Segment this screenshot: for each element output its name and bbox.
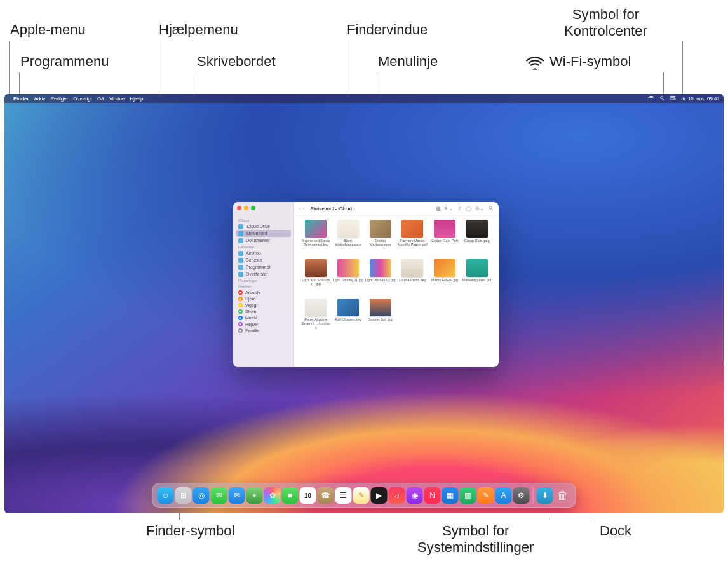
dock-music-icon[interactable]: ♫ xyxy=(389,487,405,504)
dock-contacts-icon[interactable]: ☎ xyxy=(318,487,334,504)
sidebar-item-musik[interactable]: Musik xyxy=(233,314,293,321)
view-icon-grid-icon[interactable]: ▦ xyxy=(436,206,441,211)
minimize-button[interactable] xyxy=(244,206,248,210)
file-name-label: Augmented Space Reimagined.key xyxy=(300,239,331,247)
file-item[interactable]: Light and Shadow 01.jpg xyxy=(300,259,332,296)
callout-wifi-symbol: Wi-Fi-symbol xyxy=(549,53,631,70)
svg-point-4 xyxy=(671,97,671,97)
menubar-item[interactable]: Hjælp xyxy=(130,96,143,102)
file-item[interactable]: Paper Airplane Experim….numbers xyxy=(300,299,332,335)
finder-window[interactable]: iCloudiCloud DriveSkrivebordDokumenterFa… xyxy=(233,202,499,367)
tag-icon xyxy=(238,328,243,333)
svg-point-6 xyxy=(489,206,492,210)
dock-numbers-icon[interactable]: ▥ xyxy=(460,487,476,504)
file-item[interactable]: Light Display 01.jpg xyxy=(333,259,364,296)
file-thumbnail xyxy=(305,259,327,277)
spotlight-icon[interactable] xyxy=(659,95,664,102)
airdrop-icon xyxy=(238,251,243,256)
dock-keynote-icon[interactable]: ▦ xyxy=(442,487,459,504)
sidebar-item-programmer[interactable]: Programmer xyxy=(233,264,293,271)
sidebar-item-arbejde[interactable]: Arbejde xyxy=(233,289,293,295)
sidebar-item-hjem[interactable]: Hjem xyxy=(233,295,293,302)
control-center-icon[interactable] xyxy=(670,95,676,102)
apps-icon xyxy=(238,265,243,270)
dock-news-icon[interactable]: N xyxy=(424,487,441,504)
download-icon xyxy=(238,272,243,277)
tags-icon[interactable]: ◯ xyxy=(466,206,471,211)
menubar-item[interactable]: Oversigt xyxy=(73,96,92,102)
dock-photos-icon[interactable]: ✿ xyxy=(264,487,281,504)
file-item[interactable]: District Market.pages xyxy=(365,220,396,257)
finder-window-title: Skrivebord - iCloud xyxy=(311,206,352,211)
menubar-item[interactable]: Gå xyxy=(97,96,104,102)
desktop-icon xyxy=(238,231,243,236)
callout-dock: Dock xyxy=(600,523,631,539)
dock-podcasts-icon[interactable]: ◉ xyxy=(407,487,423,504)
dock-trash-icon[interactable]: 🗑 xyxy=(555,487,571,504)
file-item[interactable]: Macro Flower.jpg xyxy=(429,259,461,296)
sidebar-item-label: Arbejde xyxy=(245,290,260,295)
zoom-button[interactable] xyxy=(251,206,255,210)
file-name-label: Golden Gate Park xyxy=(431,239,459,243)
file-item[interactable]: Golden Gate Park xyxy=(429,220,461,257)
file-item[interactable]: Light Display 03.jpg xyxy=(365,259,396,296)
file-item[interactable]: Augmented Space Reimagined.key xyxy=(300,220,332,257)
sidebar-item-seneste[interactable]: Seneste xyxy=(233,257,293,264)
dock-maps-icon[interactable]: ⌖ xyxy=(246,487,263,504)
sidebar-item-airdrop[interactable]: AirDrop xyxy=(233,250,293,257)
menubar-item[interactable]: Arkiv xyxy=(34,96,45,102)
sidebar-item-skole[interactable]: Skole xyxy=(233,308,293,314)
forward-button[interactable]: › xyxy=(303,206,305,211)
file-item[interactable]: Rail Chasers.key xyxy=(333,299,364,335)
sidebar-item-vigtigt[interactable]: Vigtigt xyxy=(233,302,293,308)
group-by-icon[interactable]: ≡ ⌄ xyxy=(445,206,454,211)
file-item[interactable]: Blank Workshop.pages xyxy=(333,220,364,257)
file-item[interactable]: Farmers Market Monthly Packet.pdf xyxy=(397,220,428,257)
dock-tv-icon[interactable]: ▶ xyxy=(371,487,388,504)
sidebar-item-skrivebord[interactable]: Skrivebord xyxy=(236,230,291,237)
close-button[interactable] xyxy=(237,206,241,210)
sidebar-item-label: Seneste xyxy=(246,258,262,262)
action-icon[interactable]: ⊙⌄ xyxy=(475,206,484,211)
dock-pages-icon[interactable]: ✎ xyxy=(478,487,494,504)
sidebar-item-rejser[interactable]: Rejser xyxy=(233,321,293,327)
wifi-status-icon[interactable] xyxy=(648,95,654,102)
file-name-label: Marketing Plan.pdf xyxy=(462,278,492,282)
share-icon[interactable]: ⇪ xyxy=(457,206,462,211)
dock-systempreferences-icon[interactable]: ⚙ xyxy=(513,487,530,504)
menubar-item[interactable]: Vindue xyxy=(109,96,125,102)
file-item[interactable]: Sunset Surf.jpg xyxy=(365,299,396,335)
menubar-datetime[interactable]: tir. 10. nov. 09:41 xyxy=(681,96,720,102)
file-name-label: Sunset Surf.jpg xyxy=(368,318,393,321)
folder-icon xyxy=(238,238,243,243)
svg-point-5 xyxy=(674,98,675,99)
file-item[interactable]: Group Ride.jpeg xyxy=(461,220,492,257)
tag-icon xyxy=(238,309,243,314)
sidebar-item-overførsler[interactable]: Overførsler xyxy=(233,271,293,278)
dock-mail-icon[interactable]: ✉ xyxy=(229,487,245,504)
dock-notes-icon[interactable]: ✎ xyxy=(353,487,370,504)
dock-appstore-icon[interactable]: A xyxy=(495,487,512,504)
menubar-app-name[interactable]: Finder xyxy=(13,96,29,102)
sidebar-item-familie[interactable]: Familie xyxy=(233,327,293,333)
menubar-item[interactable]: Rediger xyxy=(50,96,68,102)
dock-finder-icon[interactable]: ☺ xyxy=(158,487,174,504)
dock-downloads-icon[interactable]: ⬇ xyxy=(537,487,553,504)
dock-launchpad-icon[interactable]: ⊞ xyxy=(175,487,192,504)
dock-calendar-icon[interactable]: 10 xyxy=(300,487,316,504)
file-item[interactable]: Marketing Plan.pdf xyxy=(461,259,492,296)
file-item[interactable]: Louisa Parris.key xyxy=(397,259,428,296)
desktop-screenshot: Finder Arkiv Rediger Oversigt Gå Vindue … xyxy=(4,94,724,513)
menu-bar: Finder Arkiv Rediger Oversigt Gå Vindue … xyxy=(4,94,724,103)
sidebar-item-dokumenter[interactable]: Dokumenter xyxy=(233,237,293,244)
dock-separator xyxy=(533,487,534,504)
back-button[interactable]: ‹ xyxy=(299,206,301,211)
search-icon[interactable] xyxy=(488,205,494,212)
dock-safari-icon[interactable]: ◎ xyxy=(193,487,210,504)
dock-facetime-icon[interactable]: ■ xyxy=(282,487,299,504)
sidebar-item-icloud-drive[interactable]: iCloud Drive xyxy=(233,223,293,230)
dock-reminders-icon[interactable]: ☰ xyxy=(335,487,352,504)
svg-line-1 xyxy=(663,98,664,100)
file-thumbnail xyxy=(434,259,455,277)
dock-messages-icon[interactable]: ✉ xyxy=(211,487,227,504)
